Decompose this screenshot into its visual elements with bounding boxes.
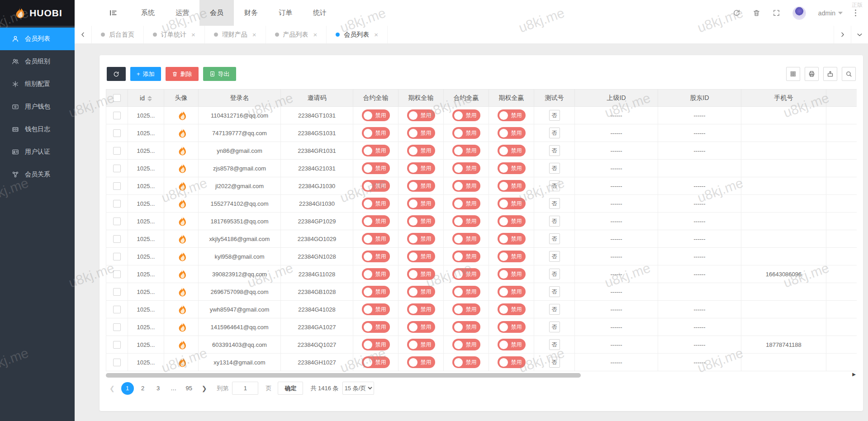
page-number[interactable]: 2 bbox=[137, 382, 149, 395]
status-toggle[interactable]: 禁用 bbox=[362, 127, 390, 139]
goto-page-input[interactable] bbox=[232, 382, 258, 395]
status-toggle[interactable]: 禁用 bbox=[452, 198, 480, 209]
close-icon[interactable]: × bbox=[252, 31, 256, 38]
row-checkbox[interactable] bbox=[113, 218, 121, 225]
export-data-icon[interactable] bbox=[823, 67, 837, 81]
status-toggle[interactable]: 禁用 bbox=[498, 339, 526, 350]
status-toggle[interactable]: 禁用 bbox=[362, 286, 390, 298]
status-toggle[interactable]: 禁用 bbox=[362, 145, 390, 156]
sidebar-collapse-icon[interactable] bbox=[102, 0, 124, 26]
tabs-scroll-right-icon[interactable] bbox=[834, 26, 851, 43]
status-toggle[interactable]: 禁用 bbox=[452, 180, 480, 192]
status-toggle[interactable]: 禁用 bbox=[498, 286, 526, 298]
status-toggle[interactable]: 禁用 bbox=[452, 251, 480, 262]
status-toggle[interactable]: 禁用 bbox=[362, 356, 390, 368]
close-icon[interactable]: × bbox=[191, 31, 195, 38]
status-toggle[interactable]: 禁用 bbox=[498, 198, 526, 209]
status-toggle[interactable]: 禁用 bbox=[362, 251, 390, 262]
status-toggle[interactable]: 禁用 bbox=[407, 251, 435, 262]
scrollbar-thumb[interactable] bbox=[106, 373, 581, 378]
status-toggle[interactable]: 禁用 bbox=[498, 215, 526, 227]
status-toggle[interactable]: 禁用 bbox=[452, 233, 480, 245]
columns-filter-icon[interactable] bbox=[786, 67, 800, 81]
status-toggle[interactable]: 禁用 bbox=[407, 286, 435, 298]
status-toggle[interactable]: 禁用 bbox=[407, 109, 435, 121]
status-toggle[interactable]: 禁用 bbox=[498, 321, 526, 333]
status-toggle[interactable]: 禁用 bbox=[452, 286, 480, 298]
status-toggle[interactable]: 禁用 bbox=[498, 251, 526, 262]
prev-page-icon[interactable]: ❮ bbox=[107, 385, 118, 392]
status-toggle[interactable]: 禁用 bbox=[407, 162, 435, 174]
status-toggle[interactable]: 禁用 bbox=[452, 109, 480, 121]
status-toggle[interactable]: 禁用 bbox=[362, 180, 390, 192]
status-toggle[interactable]: 禁用 bbox=[407, 268, 435, 280]
export-button[interactable]: 导出 bbox=[203, 67, 236, 81]
status-toggle[interactable]: 禁用 bbox=[498, 268, 526, 280]
status-toggle[interactable]: 禁用 bbox=[498, 145, 526, 156]
sidebar-item-用户认证[interactable]: 用户认证 bbox=[0, 141, 75, 163]
scroll-right-icon[interactable]: ▶ bbox=[852, 372, 856, 377]
add-button[interactable]: +添加 bbox=[130, 67, 161, 81]
sort-icon[interactable] bbox=[147, 96, 152, 101]
sidebar-item-会员列表[interactable]: 会员列表 bbox=[0, 28, 75, 50]
tab-会员列表[interactable]: 会员列表× bbox=[327, 26, 388, 43]
next-page-icon[interactable]: ❯ bbox=[199, 385, 210, 392]
delete-button[interactable]: 删除 bbox=[166, 67, 199, 81]
close-icon[interactable]: × bbox=[374, 31, 378, 38]
row-checkbox[interactable] bbox=[113, 270, 121, 278]
status-toggle[interactable]: 禁用 bbox=[362, 198, 390, 209]
row-checkbox[interactable] bbox=[113, 323, 121, 331]
status-toggle[interactable]: 禁用 bbox=[362, 303, 390, 315]
fullscreen-icon[interactable] bbox=[773, 9, 780, 17]
page-size-select[interactable]: 15 条/页 bbox=[342, 382, 374, 395]
nav-item-会员[interactable]: 会员 bbox=[199, 0, 234, 26]
status-toggle[interactable]: 禁用 bbox=[498, 109, 526, 121]
status-toggle[interactable]: 禁用 bbox=[362, 215, 390, 227]
status-toggle[interactable]: 禁用 bbox=[498, 127, 526, 139]
status-toggle[interactable]: 禁用 bbox=[362, 339, 390, 350]
status-toggle[interactable]: 禁用 bbox=[407, 198, 435, 209]
refresh-icon[interactable] bbox=[733, 9, 740, 17]
row-checkbox[interactable] bbox=[113, 306, 121, 313]
refresh-button[interactable] bbox=[107, 67, 126, 81]
row-checkbox[interactable] bbox=[113, 359, 121, 366]
page-number[interactable]: 3 bbox=[152, 382, 165, 395]
tabs-scroll-left-icon[interactable] bbox=[75, 26, 92, 43]
status-toggle[interactable]: 禁用 bbox=[407, 321, 435, 333]
print-icon[interactable] bbox=[805, 67, 819, 81]
sidebar-item-组别配置[interactable]: 组别配置 bbox=[0, 73, 75, 95]
status-toggle[interactable]: 禁用 bbox=[498, 233, 526, 245]
status-toggle[interactable]: 禁用 bbox=[362, 109, 390, 121]
status-toggle[interactable]: 禁用 bbox=[452, 127, 480, 139]
status-toggle[interactable]: 禁用 bbox=[407, 356, 435, 368]
sidebar-item-会员组别[interactable]: 会员组别 bbox=[0, 50, 75, 73]
row-checkbox[interactable] bbox=[113, 147, 121, 155]
row-checkbox[interactable] bbox=[113, 200, 121, 208]
nav-item-财务[interactable]: 财务 bbox=[234, 0, 268, 26]
status-toggle[interactable]: 禁用 bbox=[407, 127, 435, 139]
confirm-goto-button[interactable]: 确定 bbox=[278, 382, 303, 395]
status-toggle[interactable]: 禁用 bbox=[362, 162, 390, 174]
nav-item-订单[interactable]: 订单 bbox=[268, 0, 303, 26]
row-checkbox[interactable] bbox=[113, 165, 121, 172]
close-icon[interactable]: × bbox=[313, 31, 318, 38]
status-toggle[interactable]: 禁用 bbox=[407, 180, 435, 192]
row-checkbox[interactable] bbox=[113, 182, 121, 190]
more-menu-icon[interactable] bbox=[855, 9, 856, 16]
status-toggle[interactable]: 禁用 bbox=[452, 339, 480, 350]
sidebar-item-会员关系[interactable]: 会员关系 bbox=[0, 163, 75, 186]
status-toggle[interactable]: 禁用 bbox=[362, 321, 390, 333]
nav-item-运营[interactable]: 运营 bbox=[165, 0, 199, 26]
status-toggle[interactable]: 禁用 bbox=[452, 215, 480, 227]
sidebar-item-用户钱包[interactable]: 用户钱包 bbox=[0, 95, 75, 118]
tab-订单统计[interactable]: 订单统计× bbox=[144, 26, 205, 43]
status-toggle[interactable]: 禁用 bbox=[452, 356, 480, 368]
row-checkbox[interactable] bbox=[113, 235, 121, 243]
row-checkbox[interactable] bbox=[113, 288, 121, 296]
status-toggle[interactable]: 禁用 bbox=[407, 233, 435, 245]
nav-item-系统[interactable]: 系统 bbox=[131, 0, 165, 26]
status-toggle[interactable]: 禁用 bbox=[498, 180, 526, 192]
page-number[interactable]: 1 bbox=[121, 382, 134, 395]
user-avatar[interactable] bbox=[792, 6, 806, 20]
status-toggle[interactable]: 禁用 bbox=[407, 303, 435, 315]
